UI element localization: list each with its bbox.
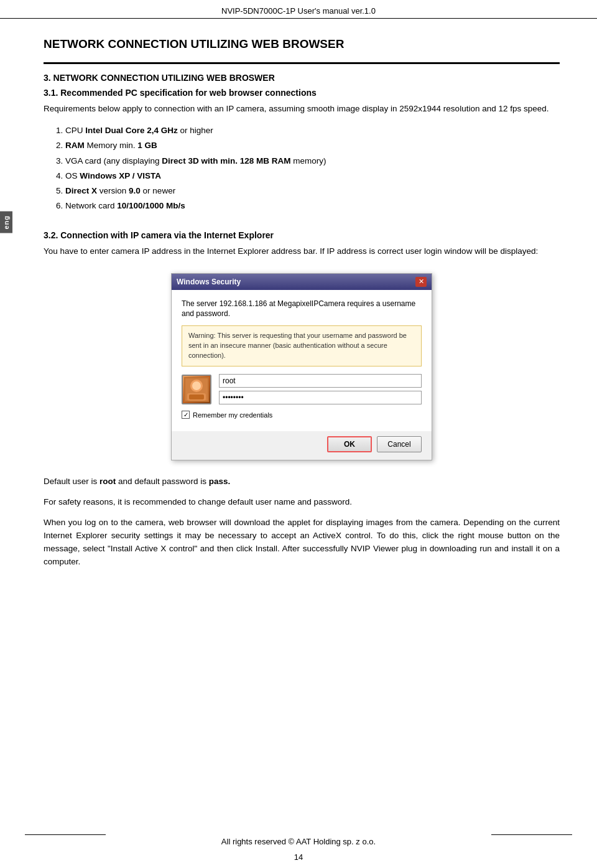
list-item: 3. VGA card (any displaying Direct 3D wi… [56,154,560,169]
after-dialog-mid: and default password is [116,477,208,486]
page-number: 14 [0,852,597,868]
section31-heading: 3.1. Recommended PC specification for we… [44,88,560,98]
default-pass-bold: pass. [209,477,231,486]
remember-credentials-checkbox[interactable] [182,411,190,419]
section31-intro: Requirements below apply to connection w… [44,103,560,116]
dialog-body: The server 192.168.1.186 at MegapixelIPC… [172,290,432,431]
password-input[interactable] [219,391,422,404]
dialog-fields [182,374,422,404]
dialog-cancel-button[interactable]: Cancel [377,436,422,452]
remember-credentials-row: Remember my credentials [182,411,422,419]
lang-tab: eng [0,212,12,233]
dialog-warning: Warning: This server is requesting that … [182,325,422,366]
svg-point-4 [192,381,201,390]
dialog-form [219,374,422,404]
footer-line-right [491,834,572,835]
dialog-buttons: OK Cancel [172,431,432,460]
safety-note: For safety reasons, it is recommended to… [44,496,560,509]
list-item: 2. RAM Memory min. 1 GB [56,138,560,153]
dialog-titlebar: Windows Security ✕ [172,274,432,290]
dialog-info-text: The server 192.168.1.186 at MegapixelIPC… [182,299,422,320]
default-user-bold: root [100,477,116,486]
windows-security-dialog: Windows Security ✕ The server 192.168.1.… [171,273,432,460]
page-title: NETWORK CONNECTION UTILIZING WEB BROWSER [44,37,560,51]
after-dialog-prefix: Default user is [44,477,100,486]
username-input[interactable] [219,374,422,388]
list-item: 4. OS Windows XP / VISTA [56,169,560,184]
dialog-container: Windows Security ✕ The server 192.168.1.… [44,273,560,460]
footer-line-left [25,834,106,835]
footer-text: All rights reserved © AAT Holding sp. z … [221,837,376,846]
section-divider [44,62,560,64]
dialog-close-button[interactable]: ✕ [415,277,427,287]
dialog-avatar [182,375,211,404]
spec-list: 1. CPU Intel Dual Core 2,4 GHz or higher… [56,123,560,214]
page-footer: All rights reserved © AAT Holding sp. z … [0,828,597,852]
svg-rect-5 [189,394,204,399]
after-dialog-1: Default user is root and default passwor… [44,475,560,488]
header-title: NVIP-5DN7000C-1P User's manual ver.1.0 [221,6,376,16]
user-avatar-icon [184,377,209,402]
dialog-ok-button[interactable]: OK [327,436,372,452]
list-item: 6. Network card 10/100/1000 Mb/s [56,198,560,213]
long-note: When you log on to the camera, web brows… [44,516,560,569]
page-header: NVIP-5DN7000C-1P User's manual ver.1.0 [0,0,597,19]
checkbox-label: Remember my credentials [193,411,272,419]
main-content: NETWORK CONNECTION UTILIZING WEB BROWSER… [0,19,597,828]
dialog-title: Windows Security [177,278,241,286]
section32-intro: You have to enter camera IP address in t… [44,245,560,258]
section3-heading: 3. NETWORK CONNECTION UTILIZING WEB BROS… [44,73,560,83]
section32-heading: 3.2. Connection with IP camera via the I… [44,230,560,240]
list-item: 1. CPU Intel Dual Core 2,4 GHz or higher [56,123,560,138]
list-item: 5. Direct X version 9.0 or newer [56,184,560,198]
